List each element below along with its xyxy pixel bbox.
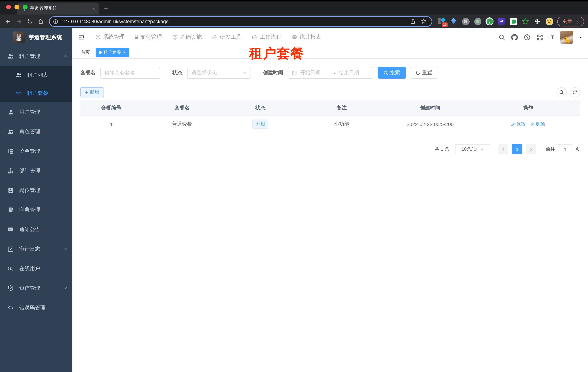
site-info-icon[interactable] bbox=[53, 19, 58, 24]
add-button[interactable]: + 新增 bbox=[80, 87, 104, 97]
macos-traffic-lights bbox=[6, 5, 28, 10]
delete-link[interactable]: 删除 bbox=[530, 121, 545, 127]
reset-button[interactable]: 重置 bbox=[410, 67, 438, 79]
forward-button[interactable] bbox=[14, 16, 24, 26]
search-icon bbox=[383, 70, 388, 75]
extension-gem-icon[interactable] bbox=[450, 17, 458, 25]
status-select[interactable]: 请选择状态 bbox=[187, 67, 251, 79]
sidebar-item-post-management[interactable]: 岗位管理 bbox=[0, 181, 73, 200]
sidebar-item-role-management[interactable]: 角色管理 bbox=[0, 122, 73, 141]
extensions-puzzle-icon[interactable] bbox=[533, 17, 541, 25]
sidebar-item-notice[interactable]: 通知公告 bbox=[0, 220, 73, 239]
sidebar-item-tenant-management[interactable]: 租户管理 bbox=[0, 46, 73, 66]
shield-check-icon bbox=[8, 285, 14, 291]
chrome-update-button[interactable]: 更新 ⋮ bbox=[557, 16, 584, 26]
sidebar-item-dict-management[interactable]: 字典管理 bbox=[0, 200, 73, 220]
goto-page-input[interactable] bbox=[558, 144, 572, 154]
fullscreen-icon[interactable] bbox=[536, 34, 543, 40]
share-icon[interactable] bbox=[410, 19, 416, 24]
sidebar-item-tenant-list[interactable]: 租户列表 bbox=[0, 66, 73, 84]
next-page-button[interactable] bbox=[526, 144, 536, 154]
minimize-window-button[interactable] bbox=[14, 5, 19, 10]
close-window-button[interactable] bbox=[6, 5, 11, 10]
browser-menu-icon[interactable]: ⋮ bbox=[575, 19, 580, 24]
top-nav-payment[interactable]: ¥ 支付管理 bbox=[135, 34, 162, 41]
sidebar-fold-icon[interactable] bbox=[78, 34, 84, 40]
text-size-icon[interactable]: tT bbox=[549, 34, 554, 40]
column-header: 备注 bbox=[299, 105, 384, 111]
post-badge-icon bbox=[8, 187, 14, 193]
status-badge: 开启 bbox=[252, 119, 268, 128]
tab-close-icon[interactable]: × bbox=[92, 5, 96, 11]
extension-command-icon[interactable]: ⌘ bbox=[462, 17, 470, 25]
tag-close-icon[interactable]: × bbox=[123, 50, 126, 55]
new-tab-button[interactable]: + bbox=[104, 5, 108, 11]
search-button[interactable]: 搜索 bbox=[378, 67, 406, 79]
home-button[interactable] bbox=[36, 16, 46, 26]
sidebar-item-sms-management[interactable]: 短信管理 bbox=[0, 278, 73, 298]
sidebar-item-audit-log[interactable]: 审计日志 bbox=[0, 239, 73, 259]
extension-y-icon[interactable]: y bbox=[485, 17, 494, 25]
tag-tenant-package[interactable]: 租户套餐 × bbox=[95, 48, 129, 57]
tag-home[interactable]: 首页 bbox=[78, 48, 93, 57]
sidebar-item-dept-management[interactable]: 部门管理 bbox=[0, 161, 73, 181]
search-form: 套餐名 状态 请选择状态 创建时间 开始日期 bbox=[80, 67, 580, 79]
app-logo-rabbit: 🐰 bbox=[13, 32, 25, 43]
extension-send-icon[interactable] bbox=[497, 17, 505, 25]
sidebar-item-menu-management[interactable]: 菜单管理 bbox=[0, 141, 73, 161]
top-nav-system[interactable]: 系统管理 bbox=[95, 34, 125, 41]
extension-star-icon[interactable] bbox=[521, 17, 529, 25]
extension-chat-icon[interactable] bbox=[509, 17, 517, 25]
edit-log-icon bbox=[8, 246, 14, 252]
end-date-placeholder[interactable]: 结束日期 bbox=[339, 70, 369, 76]
current-page-button[interactable]: 1 bbox=[512, 144, 522, 154]
tags-view-bar: 首页 租户套餐 × bbox=[73, 46, 588, 59]
app-logo-row[interactable]: 🐰 芋道管理系统 bbox=[0, 28, 73, 46]
sidebar-item-user-management[interactable]: 用户管理 bbox=[0, 102, 73, 122]
briefcase-icon bbox=[212, 34, 218, 40]
date-range-picker[interactable]: 开始日期 - 结束日期 bbox=[288, 67, 373, 79]
cell-created-at: 2022-02-22 00:54:00 bbox=[384, 121, 476, 127]
page-size-select[interactable]: 10条/页 bbox=[455, 144, 490, 154]
edit-link[interactable]: 修改 bbox=[511, 121, 526, 127]
sidebar-item-error-code[interactable]: 错误码管理 bbox=[0, 298, 73, 317]
profile-emoji-icon[interactable] bbox=[545, 17, 553, 25]
refresh-icon bbox=[416, 70, 420, 75]
status-label: 状态 bbox=[172, 70, 182, 76]
help-icon[interactable] bbox=[524, 34, 530, 40]
column-header: 套餐编号 bbox=[80, 105, 142, 111]
extension-grid-diamond-icon[interactable]: 10 bbox=[438, 17, 446, 25]
top-nav-report[interactable]: 统计报表 bbox=[292, 34, 321, 41]
github-icon[interactable] bbox=[511, 34, 518, 40]
url-text[interactable]: 127.0.0.1:48080/admin-ui/system/tenant/p… bbox=[62, 19, 407, 24]
top-nav-workflow[interactable]: 工作流程 bbox=[252, 34, 282, 41]
refresh-table-button[interactable] bbox=[570, 87, 580, 97]
header-search-icon[interactable] bbox=[499, 34, 505, 40]
code-icon bbox=[8, 304, 14, 311]
show-search-toggle-button[interactable] bbox=[556, 87, 567, 97]
extension-gray-dot-icon[interactable] bbox=[473, 17, 482, 25]
message-icon bbox=[8, 226, 14, 232]
reload-button[interactable] bbox=[25, 16, 35, 26]
package-name-input[interactable] bbox=[100, 67, 160, 79]
back-button[interactable] bbox=[3, 16, 13, 26]
chevron-down-icon bbox=[242, 71, 247, 75]
prev-page-button[interactable] bbox=[498, 144, 508, 154]
start-date-placeholder[interactable]: 开始日期 bbox=[300, 70, 331, 76]
bookmark-star-icon[interactable] bbox=[421, 19, 427, 24]
chevron-up-icon bbox=[63, 54, 67, 58]
avatar[interactable]: 🐈 bbox=[560, 31, 573, 44]
top-nav-dev-tools[interactable]: 研发工具 bbox=[212, 34, 242, 41]
sidebar-item-tenant-package[interactable]: 租户套餐 bbox=[0, 84, 73, 102]
browser-tab[interactable]: 芋道管理系统 × bbox=[17, 2, 99, 14]
top-nav-infrastructure[interactable]: 基础设施 bbox=[173, 34, 202, 41]
sidebar-item-online-users[interactable]: 在线用户 bbox=[0, 259, 73, 278]
total-count: 共 1 条 bbox=[435, 146, 449, 152]
address-bar[interactable]: 127.0.0.1:48080/admin-ui/system/tenant/p… bbox=[49, 16, 432, 27]
browser-tab-strip: 芋道管理系统 × + bbox=[0, 0, 588, 14]
eyelash-icon bbox=[16, 90, 22, 96]
zoom-window-button[interactable] bbox=[23, 5, 28, 10]
avatar-caret-down-icon[interactable] bbox=[579, 37, 582, 40]
column-header: 套餐名 bbox=[142, 105, 222, 111]
table-header-row: 套餐编号 套餐名 状态 备注 创建时间 操作 bbox=[80, 100, 580, 116]
